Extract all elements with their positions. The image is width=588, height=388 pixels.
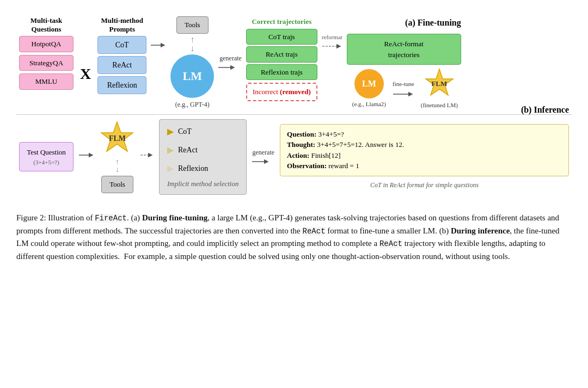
caption-text: Figure 2: Illustration of FireAct. (a) D… <box>16 213 560 261</box>
lm-llama-label: (e.g., Llama2) <box>352 100 386 109</box>
flm-star-bottom: FLM <box>100 121 135 156</box>
test-question-col: Test Question (3+4+5=?) <box>19 142 74 171</box>
caption-code-react1: ReAct <box>303 227 326 236</box>
tools-box-top: Tools <box>176 16 209 34</box>
section-divider <box>16 114 572 115</box>
caption-code-react2: ReAct <box>379 239 402 248</box>
task-mmlu: MMLU <box>19 73 74 90</box>
method-react: ReAct <box>97 56 146 74</box>
react-format-box: ReAct-format trajectories <box>347 34 461 65</box>
trajectories-title: Correct trajectories <box>246 16 317 27</box>
lm-flm-row: LM (e.g., Llama2) fine-tune FLM (fine <box>352 68 458 110</box>
caption-bold-finetuning: During fine-tuning <box>142 213 207 222</box>
diagram: Multi-taskQuestions HotpotQA StrategyQA … <box>16 11 572 203</box>
test-question-box: Test Question (3+4+5=?) <box>19 142 74 171</box>
caption-code-fireat: FireAct <box>95 214 127 223</box>
incorrect-text: Incorrect <box>253 88 278 96</box>
multimethod-section: Multi-methodPrompts CoT ReAct Reflexion <box>97 16 146 96</box>
lm-circle-top: LM <box>170 54 214 98</box>
times-symbol: X <box>78 63 93 85</box>
flm-tools-col: FLM ↑ ↓ Tools <box>100 121 135 193</box>
implicit-arrow-reflexion: ▶ <box>167 162 174 175</box>
react-format-text: ReAct-format trajectories <box>384 40 424 59</box>
output-section: Question: 3+4+5=? Thought: 3+4+5=7+5=12.… <box>280 124 569 190</box>
task-strategyqa: StrategyQA <box>19 55 74 71</box>
implicit-arrow-cot: ▶ <box>167 125 174 138</box>
method-reflexion: Reflexion <box>97 76 146 94</box>
method-cot: CoT <box>97 36 146 54</box>
implicit-reflexion: ▶ Reflexion <box>167 162 238 175</box>
multitask-title: Multi-taskQuestions <box>19 16 74 33</box>
flm-star-top: FLM <box>424 68 455 100</box>
finetuning-section: (a) Fine-tuning ReAct-format trajectorie… <box>347 16 461 110</box>
incorrect-box: Incorrect (removed) <box>246 83 317 101</box>
arrow-to-implicit <box>140 151 154 163</box>
flm-star-bottom-label: FLM <box>109 133 126 144</box>
output-question: Question: 3+4+5=? <box>287 129 562 140</box>
tools-lm-col: Tools ↑ ↓ LM (e.g., GPT-4) <box>170 16 214 109</box>
output-box: Question: 3+4+5=? Thought: 3+4+5=7+5=12.… <box>280 124 569 176</box>
lm-orange-circle: LM <box>354 69 384 98</box>
traj-reflexion: Reflexion trajs <box>246 64 317 81</box>
caption-bold-inference: During inference <box>451 226 510 235</box>
implicit-cot-label: CoT <box>178 126 192 137</box>
generate-bottom-label: generate <box>252 147 274 157</box>
inference-title: (b) Inference <box>521 103 569 116</box>
bottom-section: Test Question (3+4+5=?) FLM ↑ ↓ Tools <box>16 119 572 195</box>
output-observation: Observation: reward = 1 <box>287 161 562 171</box>
multimethod-title: Multi-methodPrompts <box>97 16 146 33</box>
output-caption: CoT in ReAct format for simple questions <box>280 180 569 190</box>
implicit-arrow-react: ▶ <box>167 144 174 157</box>
task-hotpotqa: HotpotQA <box>19 36 74 52</box>
reformat-section: reformat <box>322 33 342 51</box>
test-question-sub: (3+4+5=?) <box>25 158 68 167</box>
incorrect-removed: (removed) <box>280 88 311 96</box>
lm-subtitle-top: (e.g., GPT-4) <box>175 100 210 109</box>
tools-box-bottom: Tools <box>101 176 133 193</box>
flm-star-label-top: FLM <box>431 78 447 89</box>
finetune-title: (a) Fine-tuning <box>347 16 461 29</box>
output-thought: Thought: 3+4+5=7+5=12. Answer is 12. <box>287 139 562 150</box>
multitask-section: Multi-taskQuestions HotpotQA StrategyQA … <box>19 16 74 90</box>
generate-label: generate <box>218 53 242 63</box>
implicit-method-box: ▶ CoT ▶ ReAct ▶ Reflexion Implicit metho… <box>159 119 247 195</box>
traj-cot: CoT trajs <box>246 29 317 45</box>
implicit-items: ▶ CoT ▶ ReAct ▶ Reflexion <box>167 125 238 175</box>
trajectories-section: Correct trajectories CoT trajs ReAct tra… <box>246 16 317 101</box>
generate-bottom-section: generate <box>252 147 274 166</box>
arrow-to-flm <box>79 151 94 163</box>
output-action: Action: Finish[12] <box>287 150 562 161</box>
generate-section: generate <box>218 53 242 72</box>
reformat-label: reformat <box>322 33 342 42</box>
arrow-to-lm <box>151 41 166 50</box>
finetune-arrow-label: fine-tune <box>393 79 414 89</box>
implicit-react: ▶ ReAct <box>167 144 238 157</box>
implicit-reflexion-label: Reflexion <box>178 163 208 174</box>
test-question-label: Test Question <box>25 147 68 158</box>
flm-finetuned-label: (finetuned LM) <box>421 101 458 110</box>
implicit-cot: ▶ CoT <box>167 125 238 138</box>
implicit-react-label: ReAct <box>178 144 198 156</box>
traj-react: ReAct trajs <box>246 46 317 63</box>
implicit-label: Implicit method selection <box>167 178 238 189</box>
caption: Figure 2: Illustration of FireAct. (a) D… <box>16 212 566 263</box>
